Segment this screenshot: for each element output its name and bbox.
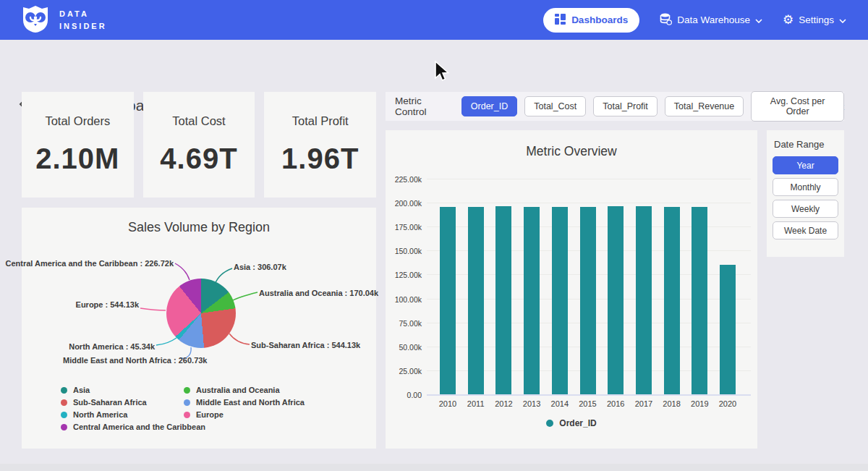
y-axis-tick: 225.00k (390, 175, 422, 184)
metric-option-total-cost[interactable]: Total_Cost (524, 96, 586, 116)
data-warehouse-label: Data Warehouse (677, 14, 750, 25)
legend-dot (184, 412, 190, 418)
metric-option-order-id[interactable]: Order_ID (461, 96, 517, 116)
kpi-value: 2.10M (35, 143, 119, 175)
bar-2011[interactable] (468, 207, 484, 394)
legend-dot (61, 387, 67, 394)
x-axis-tick: 2019 (685, 399, 714, 408)
pie-legend-item: Central America and the Caribbean (61, 423, 205, 431)
kpi-label: Total Profit (292, 114, 349, 128)
kpi-row: Total Orders2.10MTotal Cost4.69TTotal Pr… (22, 92, 376, 198)
x-axis-tick: 2010 (433, 399, 462, 408)
x-axis-tick: 2017 (629, 399, 658, 408)
y-axis-tick: 200.00k (390, 199, 422, 208)
legend-label: Central America and the Caribbean (73, 423, 205, 431)
metric-option-avg-cost-per-order[interactable]: Avg. Cost per Order (751, 91, 844, 122)
bar-2019[interactable] (692, 207, 707, 394)
dashboards-button[interactable]: Dashboards (543, 8, 639, 33)
y-axis-tick: 25.00k (390, 367, 422, 375)
date-range-label: Date Range (774, 139, 838, 150)
bar-2010[interactable] (440, 207, 456, 394)
y-axis-tick: 50.00k (390, 343, 422, 352)
pie-legend-column-2: Australia and OceaniaMiddle East and Nor… (184, 386, 305, 419)
pie-legend-item: Europe (184, 410, 305, 419)
kpi-value: 4.69T (160, 143, 237, 175)
x-axis-tick: 2016 (601, 399, 630, 408)
dashboard-grid-icon (555, 14, 566, 27)
gridline (427, 203, 751, 203)
pie-label-australia-and-oceania: Australia and Oceania : 170.04k (259, 289, 378, 297)
y-axis-tick: 0.00 (390, 391, 422, 399)
x-axis-tick: 2015 (574, 399, 603, 408)
bar-chart-title: Metric Overview (386, 144, 757, 159)
bar-2013[interactable] (524, 207, 540, 394)
data-warehouse-menu[interactable]: Data Warehouse (660, 13, 762, 27)
legend-dot (61, 424, 67, 430)
metric-option-total-revenue[interactable]: Total_Revenue (665, 96, 744, 116)
pie-label-central-america-and-the-caribbean: Central America and the Caribbean : 226.… (5, 259, 174, 268)
owl-logo-icon (20, 4, 51, 36)
pie-label-europe: Europe : 544.13k (76, 300, 139, 309)
chevron-down-icon (839, 14, 846, 25)
y-axis-tick: 125.00k (390, 271, 422, 279)
pie-label-middle-east-and-north-africa: Middle East and North Africa : 260.73k (63, 356, 207, 365)
pie-leader-line (156, 338, 176, 345)
date-range-option-weekly[interactable]: Weekly (773, 200, 838, 218)
kpi-value: 1.96T (281, 143, 359, 175)
footer-strip (0, 464, 868, 471)
legend-label: Asia (73, 386, 90, 394)
x-axis-tick: 2011 (461, 399, 490, 408)
date-range-option-week-date[interactable]: Week Date (773, 221, 838, 239)
chevron-down-icon (755, 14, 762, 25)
brand-name: DATA INSIDER (59, 8, 107, 32)
y-axis-tick: 100.00k (390, 295, 422, 304)
gridline (427, 179, 751, 179)
bar-2015[interactable] (580, 207, 596, 394)
metric-control-label: Metric Control (395, 96, 451, 117)
bar-2018[interactable] (664, 207, 680, 394)
bar-2012[interactable] (495, 206, 511, 394)
nav-actions: Dashboards Data Warehouse ⚙ Settings (543, 0, 846, 40)
brand-logo: DATA INSIDER (20, 4, 107, 36)
pie-chart-title: Sales Volume by Region (22, 220, 376, 235)
pie-label-asia: Asia : 306.07k (234, 263, 286, 271)
x-axis-tick: 2013 (517, 399, 546, 408)
y-axis-tick: 75.00k (390, 319, 422, 328)
x-axis-tick: 2018 (658, 399, 686, 408)
kpi-card-2: Total Cost4.69T (143, 92, 255, 198)
legend-label: Sub-Saharan Africa (73, 398, 147, 407)
gridline (427, 394, 751, 396)
x-axis-tick: 2012 (489, 399, 518, 408)
pie-label-north-america: North America : 45.34k (69, 342, 155, 351)
pie-leader-line (229, 334, 250, 344)
metric-control-bar: Metric Control Order_IDTotal_CostTotal_P… (386, 92, 844, 121)
settings-menu[interactable]: ⚙ Settings (783, 14, 846, 26)
pie-leader-line (140, 308, 166, 310)
kpi-label: Total Orders (45, 114, 110, 128)
bar-2017[interactable] (636, 206, 652, 394)
bar-chart-legend: Order_ID (386, 418, 757, 428)
date-range-option-year[interactable]: Year (773, 156, 838, 174)
x-axis-tick: 2014 (545, 399, 574, 408)
bar-2016[interactable] (608, 206, 624, 394)
bar-chart-card: Metric Overview 225.00k200.00k175.00k150… (386, 130, 757, 449)
legend-label: Europe (196, 410, 224, 419)
dashboards-label: Dashboards (571, 14, 628, 25)
pie-chart-card: Sales Volume by Region Asia : 306.07kAus… (22, 208, 376, 449)
date-range-buttons: YearMonthlyWeeklyWeek Date (773, 156, 838, 239)
kpi-label: Total Cost (172, 114, 225, 128)
pie-leader-line (231, 292, 258, 301)
date-range-option-monthly[interactable]: Monthly (773, 178, 838, 196)
page-header: Sales Dashboard Add Filter Boost: Off (0, 40, 868, 87)
bar-2014[interactable] (552, 207, 568, 394)
metric-option-total-profit[interactable]: Total_Profit (593, 96, 658, 116)
pie-leader-line (175, 263, 190, 280)
kpi-card-1: Total Orders2.10M (22, 92, 134, 198)
legend-dot (61, 412, 67, 418)
legend-dot (546, 420, 553, 427)
bar-2020[interactable] (720, 265, 736, 394)
top-navbar: DATA INSIDER Dashboards (0, 0, 868, 40)
settings-label: Settings (799, 14, 834, 25)
y-axis-tick: 175.00k (390, 223, 422, 232)
pie-chart[interactable] (166, 279, 236, 348)
